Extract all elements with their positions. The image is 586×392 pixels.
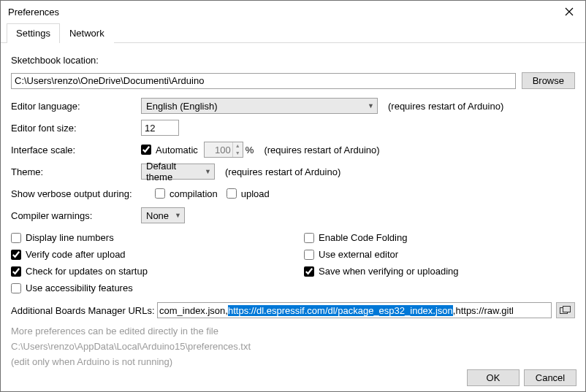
check-updates-checkbox[interactable]: Check for updates on startup — [11, 266, 279, 277]
editor-font-size-label: Editor font size: — [11, 123, 141, 134]
save-on-verify-input[interactable] — [304, 266, 314, 277]
interface-scale-label: Interface scale: — [11, 145, 141, 155]
verbose-label: Show verbose output during: — [11, 188, 155, 199]
accessibility-input[interactable] — [11, 283, 21, 293]
theme-select[interactable]: Default theme ▼ — [141, 164, 215, 180]
url-segment-selected: https://dl.espressif.com/dl/package_esp3… — [228, 305, 453, 316]
chevron-down-icon: ▼ — [205, 168, 211, 175]
external-editor-checkbox[interactable]: Use external editor — [304, 249, 572, 260]
chevron-down-icon: ▼ — [368, 102, 374, 109]
additional-urls-input[interactable]: com_index.json,https://dl.espressif.com/… — [157, 302, 552, 318]
compiler-warnings-label: Compiler warnings: — [11, 210, 141, 221]
upload-checkbox-input[interactable] — [227, 188, 237, 199]
tab-settings[interactable]: Settings — [7, 23, 60, 43]
accessibility-checkbox[interactable]: Use accessibility features — [11, 283, 279, 293]
display-line-numbers-label: Display line numbers — [26, 232, 114, 243]
preferences-file-path: C:\Users\renzo\AppData\Local\Arduino15\p… — [11, 339, 575, 355]
titlebar: Preferences — [1, 1, 585, 23]
close-icon — [565, 7, 574, 16]
chevron-down-icon: ▼ — [175, 212, 181, 219]
editor-language-select[interactable]: English (English) ▼ — [141, 98, 378, 114]
verify-after-upload-checkbox[interactable]: Verify code after upload — [11, 249, 279, 260]
dialog-footer: OK Cancel — [1, 364, 585, 391]
enable-code-folding-input[interactable] — [304, 233, 314, 243]
url-segment: com_index.json, — [159, 305, 228, 316]
percent-label: % — [246, 145, 254, 155]
expand-urls-button[interactable] — [556, 302, 575, 318]
enable-code-folding-checkbox[interactable]: Enable Code Folding — [304, 232, 572, 243]
compilation-checkbox-label: compilation — [170, 188, 218, 199]
svg-rect-1 — [563, 307, 571, 312]
save-on-verify-label: Save when verifying or uploading — [319, 266, 459, 277]
automatic-checkbox-label: Automatic — [156, 145, 198, 155]
display-line-numbers-input[interactable] — [11, 233, 21, 243]
check-updates-input[interactable] — [11, 266, 21, 277]
additional-urls-label: Additional Boards Manager URLs: — [11, 305, 157, 316]
display-line-numbers-checkbox[interactable]: Display line numbers — [11, 232, 279, 243]
window-icon — [560, 306, 571, 315]
interface-scale-value: 100 — [205, 145, 232, 155]
external-editor-label: Use external editor — [319, 249, 398, 260]
check-updates-label: Check for updates on startup — [26, 266, 148, 277]
upload-checkbox-label: upload — [241, 188, 270, 199]
browse-button[interactable]: Browse — [522, 72, 575, 89]
restart-hint: (requires restart of Arduino) — [225, 166, 340, 177]
accessibility-label: Use accessibility features — [26, 283, 133, 293]
tab-bar: Settings Network — [1, 23, 585, 43]
theme-value: Default theme — [146, 161, 205, 182]
url-segment: ,https://raw.gitl — [453, 305, 514, 316]
compiler-warnings-value: None — [146, 210, 169, 221]
more-line: More preferences can be edited directly … — [11, 324, 575, 339]
options-grid: Display line numbers Verify code after u… — [11, 232, 575, 299]
sketchbook-location-input[interactable] — [11, 73, 516, 89]
settings-panel: Sketchbook location: Browse Editor langu… — [1, 43, 585, 377]
restart-hint: (requires restart of Arduino) — [264, 145, 379, 155]
automatic-checkbox[interactable]: Automatic — [141, 145, 198, 155]
ok-button[interactable]: OK — [467, 369, 520, 386]
upload-checkbox[interactable]: upload — [227, 188, 270, 199]
compiler-warnings-select[interactable]: None ▼ — [141, 207, 185, 223]
external-editor-input[interactable] — [304, 250, 314, 260]
compilation-checkbox-input[interactable] — [155, 188, 165, 199]
verify-after-upload-input[interactable] — [11, 250, 21, 260]
sketchbook-location-label: Sketchbook location: — [11, 55, 99, 66]
spinner-icon: ▲▼ — [232, 142, 243, 157]
enable-code-folding-label: Enable Code Folding — [319, 232, 407, 243]
interface-scale-input: 100 ▲▼ — [204, 142, 243, 158]
save-on-verify-checkbox[interactable]: Save when verifying or uploading — [304, 266, 572, 277]
tab-network[interactable]: Network — [60, 23, 114, 43]
editor-language-value: English (English) — [146, 101, 218, 112]
compilation-checkbox[interactable]: compilation — [155, 188, 218, 199]
close-button[interactable] — [552, 1, 585, 23]
restart-hint: (requires restart of Arduino) — [388, 101, 503, 112]
window-title: Preferences — [8, 7, 552, 18]
theme-label: Theme: — [11, 166, 141, 177]
editor-language-label: Editor language: — [11, 101, 141, 112]
cancel-button[interactable]: Cancel — [524, 369, 577, 386]
editor-font-size-input[interactable] — [141, 120, 179, 136]
verify-after-upload-label: Verify code after upload — [26, 249, 126, 260]
automatic-checkbox-input[interactable] — [141, 145, 151, 155]
